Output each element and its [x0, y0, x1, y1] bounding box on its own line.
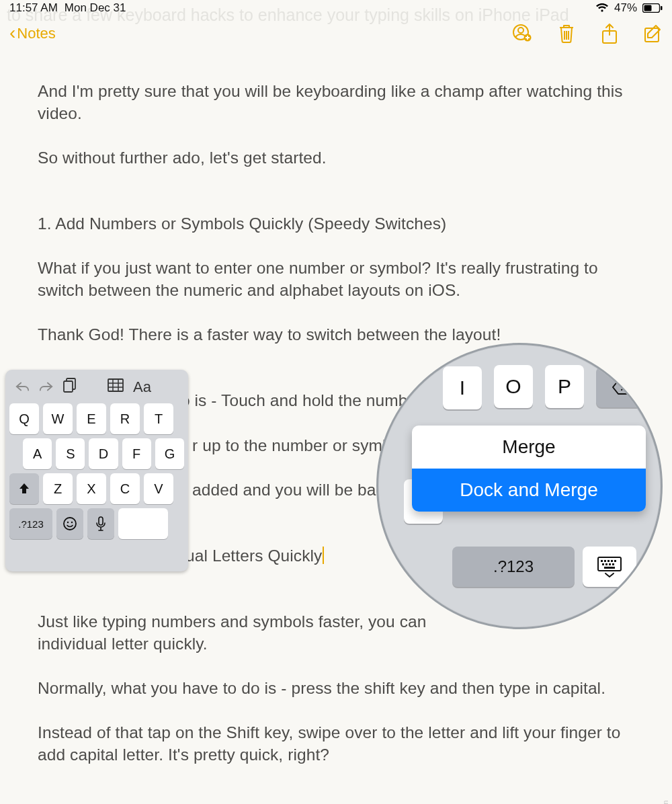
numeric-switch-key[interactable]: .?123	[452, 547, 575, 587]
keyboard-merge-menu: Merge Dock and Merge	[412, 426, 646, 512]
key-q[interactable]: Q	[9, 403, 39, 434]
note-paragraph: 1. Add Numbers or Symbols Quickly (Speed…	[38, 212, 634, 235]
watermark: www.deuaq.com	[661, 800, 669, 804]
svg-rect-1	[644, 5, 652, 11]
key-s[interactable]: S	[56, 438, 85, 469]
svg-rect-21	[602, 563, 604, 565]
trash-icon[interactable]	[558, 24, 575, 44]
keyboard-row: Z X C V	[9, 473, 184, 504]
note-paragraph: individual letter quickly.	[38, 633, 634, 655]
clipboard-icon[interactable]	[63, 378, 77, 397]
key-r[interactable]: R	[110, 403, 140, 434]
status-bar: 11:57 AM Mon Dec 31 47%	[0, 0, 672, 16]
key-z[interactable]: Z	[43, 473, 73, 504]
keyboard-row: Q W E R T	[9, 403, 184, 434]
note-paragraph: Normally, what you have to do is - press…	[38, 677, 634, 699]
redo-icon[interactable]	[39, 378, 54, 396]
compose-icon[interactable]	[644, 24, 663, 43]
svg-rect-14	[99, 517, 103, 525]
key-o[interactable]: O	[494, 365, 533, 408]
svg-rect-18	[607, 560, 610, 562]
key-f[interactable]: F	[122, 438, 151, 469]
svg-rect-24	[612, 563, 614, 565]
text-caret	[323, 547, 324, 564]
key-a[interactable]: A	[23, 438, 52, 469]
battery-percent: 47%	[614, 1, 637, 15]
key-d[interactable]: D	[89, 438, 118, 469]
key-w[interactable]: W	[43, 403, 73, 434]
svg-rect-22	[605, 563, 607, 565]
key-v[interactable]: V	[144, 473, 173, 504]
key-x[interactable]: X	[77, 473, 106, 504]
svg-rect-10	[108, 379, 123, 391]
space-key[interactable]	[118, 508, 168, 539]
svg-point-12	[67, 522, 69, 523]
key-t[interactable]: T	[144, 403, 173, 434]
status-time: 11:57 AM	[9, 1, 58, 15]
dictation-key[interactable]	[87, 508, 114, 539]
note-paragraph: Instead of that tap on the Shift key, sw…	[38, 721, 634, 766]
keyboard-zoom-callout: I O P N Merge Dock and Merge .?123	[376, 343, 663, 629]
key-p[interactable]: P	[545, 365, 584, 408]
numeric-switch-key[interactable]: .?123	[9, 508, 52, 539]
table-icon[interactable]	[108, 378, 124, 396]
undo-icon[interactable]	[15, 378, 30, 396]
status-date: Mon Dec 31	[65, 1, 126, 15]
note-paragraph: What if you just want to enter one numbe…	[38, 257, 634, 301]
note-paragraph: Thank God! There is a faster way to swit…	[38, 323, 634, 346]
add-collaborator-icon[interactable]	[512, 24, 532, 44]
battery-icon	[642, 3, 663, 13]
dock-and-merge-option[interactable]: Dock and Merge	[412, 469, 646, 512]
split-keyboard-left: Aa Q W E R T A S D F G Z X C V .?123	[5, 370, 188, 571]
key-c[interactable]: C	[110, 473, 140, 504]
wifi-icon	[595, 3, 609, 13]
svg-rect-25	[604, 567, 615, 569]
svg-point-13	[71, 522, 73, 523]
keyboard-row: A S D F G	[9, 438, 184, 469]
key-i[interactable]: I	[443, 366, 482, 409]
merge-option[interactable]: Merge	[412, 426, 646, 469]
keyboard-toolbar: Aa	[9, 374, 184, 403]
svg-point-11	[64, 518, 76, 530]
svg-rect-2	[661, 6, 663, 10]
share-icon[interactable]	[601, 23, 618, 44]
svg-rect-23	[609, 563, 611, 565]
svg-rect-9	[64, 381, 73, 392]
keyboard-row: .?123	[9, 508, 184, 539]
svg-rect-19	[611, 560, 613, 562]
back-label: Notes	[17, 25, 55, 42]
chevron-left-icon: ‹	[9, 24, 15, 42]
emoji-key[interactable]	[56, 508, 83, 539]
note-paragraph: So without further ado, let's get starte…	[38, 147, 634, 169]
key-g[interactable]: G	[155, 438, 184, 469]
back-button[interactable]: ‹ Notes	[9, 25, 56, 42]
svg-rect-20	[614, 560, 616, 562]
svg-point-4	[518, 28, 523, 33]
note-paragraph: And I'm pretty sure that you will be key…	[38, 80, 634, 124]
svg-rect-17	[604, 560, 606, 562]
navigation-bar: ‹ Notes	[0, 16, 672, 51]
shift-key[interactable]	[9, 473, 39, 504]
svg-rect-16	[601, 560, 603, 562]
text-format-icon[interactable]: Aa	[133, 378, 151, 396]
key-e[interactable]: E	[77, 403, 106, 434]
